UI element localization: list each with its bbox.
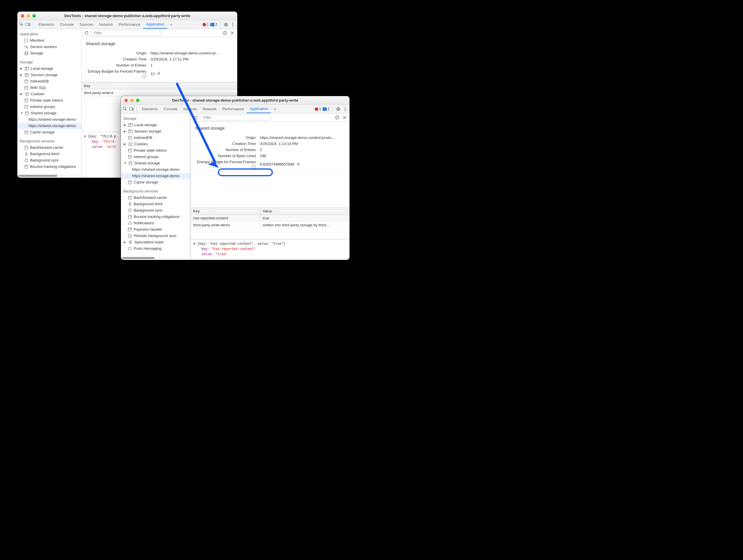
expand-icon[interactable]: ▼ <box>84 134 86 138</box>
device-icon[interactable] <box>129 106 134 112</box>
minimize-icon[interactable] <box>27 14 30 18</box>
tabs-overflow-icon[interactable]: » <box>167 20 175 29</box>
close-icon[interactable] <box>342 115 347 120</box>
sidebar-item-bounce-tracking[interactable]: Bounce tracking mitigations <box>121 214 191 220</box>
filter-input[interactable] <box>201 115 270 120</box>
table-row[interactable]: third-party-write-d <box>82 89 237 96</box>
sidebar-shared-origin-0[interactable]: https://shared-storage-demo- <box>121 166 191 173</box>
sidebar-item-bfcache[interactable]: Back/forward cache <box>17 144 81 151</box>
table-row[interactable]: has-reported-content true <box>191 215 350 222</box>
inspect-icon[interactable] <box>123 106 128 112</box>
expand-icon[interactable]: ▶ <box>124 129 127 134</box>
tab-console[interactable]: Console <box>57 20 77 29</box>
expand-icon[interactable]: ▶ <box>20 72 23 78</box>
tab-application[interactable]: Application <box>143 20 168 29</box>
tab-console[interactable]: Console <box>161 105 180 113</box>
sidebar-shared-origin-1[interactable]: https://shared-storage-demo- <box>17 123 81 129</box>
reset-icon[interactable]: ↻ <box>297 162 300 166</box>
settings-icon[interactable] <box>336 106 341 112</box>
tab-performance[interactable]: Performance <box>219 105 247 113</box>
sidebar-item-local-storage[interactable]: ▶Local storage <box>17 66 81 72</box>
expand-icon[interactable]: ▶ <box>124 141 127 147</box>
tab-application[interactable]: Application <box>247 105 271 113</box>
info-icon[interactable]: i <box>252 165 256 169</box>
reset-icon[interactable]: ↻ <box>157 72 160 76</box>
tab-elements[interactable]: Elements <box>139 105 161 113</box>
expand-icon[interactable]: ▶ <box>124 122 127 128</box>
sidebar-item-shared-storage[interactable]: ▼Shared storage <box>121 160 191 166</box>
sidebar-item-local-storage[interactable]: ▶Local storage <box>121 122 191 128</box>
sidebar-item-indexeddb[interactable]: IndexedDB <box>17 78 81 85</box>
reload-icon[interactable] <box>84 30 89 36</box>
sidebar-item-bg-fetch[interactable]: Background fetch <box>17 151 81 157</box>
kebab-icon[interactable] <box>343 106 348 112</box>
tabs-overflow-icon[interactable]: » <box>271 105 279 113</box>
error-count[interactable]: 1 <box>315 107 321 111</box>
col-key[interactable]: Key <box>191 208 260 214</box>
sidebar-item-storage[interactable]: Storage <box>17 50 81 56</box>
sidebar-item-private-state-tokens[interactable]: Private state tokens <box>121 147 191 154</box>
sidebar-item-periodic-sync[interactable]: Periodic background sync <box>121 233 191 239</box>
horizontal-scrollbar[interactable] <box>122 257 187 259</box>
tab-sources[interactable]: Sources <box>77 20 96 29</box>
sidebar-item-payment-handler[interactable]: Payment handler <box>121 226 191 233</box>
sidebar-item-cookies[interactable]: ▶Cookies <box>121 141 191 147</box>
sidebar-item-interest-groups[interactable]: Interest groups <box>17 103 81 110</box>
minimize-icon[interactable] <box>130 99 134 102</box>
expand-icon[interactable]: ▼ <box>193 242 195 246</box>
tab-network[interactable]: Network <box>96 20 116 29</box>
sidebar-item-cache-storage[interactable]: Cache storage <box>121 179 191 185</box>
sidebar-item-service-workers[interactable]: Service workers <box>17 44 81 50</box>
sidebar-item-push-messaging[interactable]: Push messaging <box>121 246 191 252</box>
filter-input[interactable] <box>91 30 161 36</box>
expand-icon[interactable]: ▶ <box>124 240 127 245</box>
maximize-icon[interactable] <box>136 99 139 102</box>
horizontal-scrollbar[interactable] <box>18 175 77 177</box>
close-icon[interactable] <box>21 14 24 18</box>
close-icon[interactable] <box>230 30 235 36</box>
clear-icon[interactable] <box>222 30 227 36</box>
tab-elements[interactable]: Elements <box>36 20 57 29</box>
device-icon[interactable] <box>26 22 31 27</box>
info-icon[interactable]: i <box>142 74 146 78</box>
col-key[interactable]: Key <box>82 83 237 89</box>
sidebar-item-cache-storage[interactable]: Cache storage <box>17 129 81 135</box>
sidebar-shared-origin-1[interactable]: https://shared-storage-demo- <box>121 173 191 179</box>
sidebar-item-bg-fetch[interactable]: Background fetch <box>121 201 191 207</box>
maximize-icon[interactable] <box>32 14 36 18</box>
tab-performance[interactable]: Performance <box>116 20 143 29</box>
expand-icon[interactable]: ▶ <box>20 91 23 97</box>
sidebar-item-session-storage[interactable]: ▶Session storage <box>121 128 191 135</box>
collapse-icon[interactable]: ▼ <box>124 161 127 166</box>
tab-sources[interactable]: Sources <box>180 105 200 113</box>
sidebar-item-cookies[interactable]: ▶Cookies <box>17 91 81 97</box>
reload-icon[interactable] <box>193 115 199 120</box>
sidebar-item-manifest[interactable]: Manifest <box>17 37 81 44</box>
sidebar-item-private-state-tokens[interactable]: Private state tokens <box>17 97 81 103</box>
expand-icon[interactable]: ▶ <box>20 66 23 71</box>
collapse-icon[interactable]: ▼ <box>20 111 23 116</box>
sidebar-item-notifications[interactable]: Notifications <box>121 220 191 226</box>
sidebar-item-bg-sync[interactable]: Background sync <box>121 207 191 214</box>
sidebar-item-session-storage[interactable]: ▶Session storage <box>17 72 81 78</box>
sidebar-item-interest-groups[interactable]: Interest groups <box>121 154 191 160</box>
settings-icon[interactable] <box>223 22 228 27</box>
info-count[interactable]: i2 <box>322 107 330 111</box>
table-row[interactable]: third-party-write-demo written into thir… <box>191 222 350 229</box>
error-count[interactable]: 1 <box>203 23 209 27</box>
clear-icon[interactable] <box>335 115 340 120</box>
sidebar-item-bounce-tracking[interactable]: Bounce tracking mitigations <box>17 164 81 170</box>
sidebar-item-shared-storage[interactable]: ▼Shared storage <box>17 110 81 116</box>
sidebar-item-speculative-loads[interactable]: ▶Speculative loads <box>121 239 191 246</box>
sidebar-item-bg-sync[interactable]: Background sync <box>17 157 81 164</box>
tab-network[interactable]: Network <box>200 105 220 113</box>
sidebar-item-websql[interactable]: Web SQL <box>17 85 81 91</box>
kebab-icon[interactable] <box>230 22 235 27</box>
col-value[interactable]: Value <box>260 208 350 214</box>
inspect-icon[interactable] <box>19 22 24 27</box>
sidebar-item-indexeddb[interactable]: IndexedDB <box>121 135 191 141</box>
close-icon[interactable] <box>124 99 128 102</box>
sidebar-item-bfcache[interactable]: Back/forward cache <box>121 195 191 201</box>
info-count[interactable]: i2 <box>210 23 217 27</box>
sidebar-shared-origin-0[interactable]: https://shared-storage-demo- <box>17 116 81 123</box>
